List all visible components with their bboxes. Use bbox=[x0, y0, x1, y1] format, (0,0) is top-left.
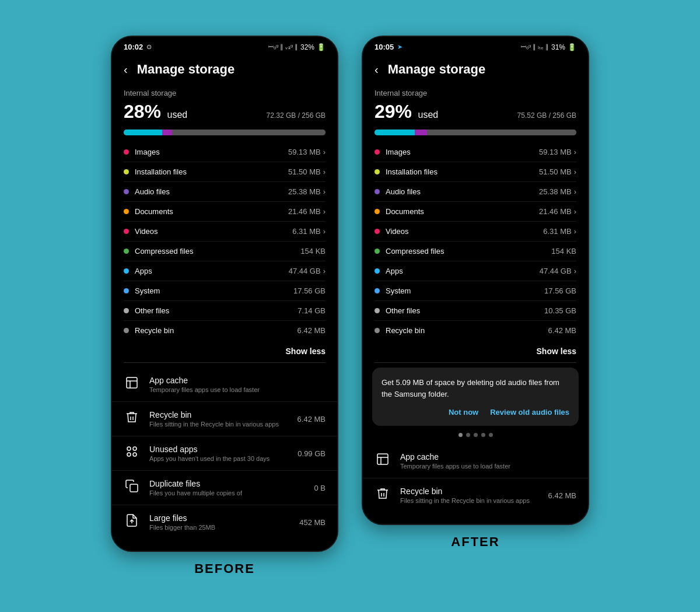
cache-icon bbox=[124, 376, 140, 393]
before-item-images[interactable]: Images 59.13 MB› bbox=[124, 142, 326, 162]
before-signal-icons: 𝄩₀ᵍ ∥ ᵥ₂ᵍ ∥ bbox=[268, 43, 298, 51]
before-total: 72.32 GB / 256 GB bbox=[267, 111, 326, 120]
before-time: 10:02 bbox=[124, 43, 143, 51]
after-storage-list: Images 59.13 MB› Installation files 51.5… bbox=[363, 142, 588, 340]
before-item-compressed: Compressed files 154 KB bbox=[124, 242, 326, 261]
after-item-documents[interactable]: Documents 21.46 MB› bbox=[374, 202, 576, 222]
after-signal-icons: 𝄩₀ᵍ ∥ ₗₜₑ ∥ bbox=[521, 43, 549, 51]
after-battery-icon: 🔋 bbox=[568, 43, 576, 51]
before-camera-icon: ⊙ bbox=[146, 43, 152, 51]
before-section-label: Internal storage bbox=[112, 86, 337, 99]
before-battery: 32% bbox=[300, 43, 314, 51]
before-util-duplicate[interactable]: Duplicate files Files you have multiple … bbox=[112, 471, 337, 505]
after-divider bbox=[374, 362, 576, 363]
suggestion-card: Get 5.09 MB of space by deleting old aud… bbox=[372, 368, 579, 426]
before-back-button[interactable]: ‹ bbox=[124, 63, 128, 76]
svg-point-4 bbox=[133, 447, 136, 450]
after-time: 10:05 bbox=[374, 43, 394, 51]
review-button[interactable]: Review old audio files bbox=[490, 408, 569, 417]
duplicate-icon bbox=[124, 479, 140, 496]
after-storage-percent: 29% used 75.52 GB / 256 GB bbox=[363, 99, 588, 125]
before-item-audio[interactable]: Audio files 25.38 MB› bbox=[124, 182, 326, 202]
svg-rect-0 bbox=[127, 377, 137, 388]
after-util-cache[interactable]: App cache Temporary files apps use to lo… bbox=[363, 444, 588, 478]
before-util-large[interactable]: Large files Files bigger than 25MB 452 M… bbox=[112, 505, 337, 539]
before-progress-blue bbox=[124, 130, 162, 135]
before-storage-percent: 28% used 72.32 GB / 256 GB bbox=[112, 99, 337, 125]
before-section: 10:02 ⊙ 𝄩₀ᵍ ∥ ᵥ₂ᵍ ∥ 32% 🔋 ‹ Manage stora… bbox=[111, 36, 338, 576]
after-progress-bar bbox=[374, 130, 576, 135]
before-item-installation[interactable]: Installation files 51.50 MB› bbox=[124, 162, 326, 182]
before-utility-section: App cache Temporary files apps use to lo… bbox=[112, 365, 337, 541]
before-item-documents[interactable]: Documents 21.46 MB› bbox=[124, 202, 326, 222]
after-used-label: used bbox=[418, 110, 439, 120]
after-progress-gray bbox=[427, 130, 576, 135]
after-section: 10:05 ➤ 𝄩₀ᵍ ∥ ₗₜₑ ∥ 31% 🔋 ‹ Manage stora… bbox=[362, 36, 589, 550]
large-files-icon bbox=[124, 513, 140, 531]
after-nav-icon: ➤ bbox=[397, 43, 402, 51]
dot-5 bbox=[489, 433, 493, 437]
after-nav: ‹ Manage storage bbox=[363, 55, 588, 86]
after-total: 75.52 GB / 256 GB bbox=[517, 111, 576, 120]
before-used-label: used bbox=[167, 110, 188, 120]
before-percent: 28% bbox=[124, 101, 161, 122]
after-item-apps[interactable]: Apps 47.44 GB› bbox=[374, 261, 576, 281]
svg-rect-9 bbox=[377, 454, 388, 464]
before-item-videos[interactable]: Videos 6.31 MB› bbox=[124, 222, 326, 242]
svg-point-6 bbox=[133, 453, 136, 456]
dot-2 bbox=[466, 433, 470, 437]
before-content: ‹ Manage storage Internal storage 28% us… bbox=[112, 55, 337, 551]
after-status-icons: 𝄩₀ᵍ ∥ ₗₜₑ ∥ 31% 🔋 bbox=[521, 43, 576, 51]
after-content: ‹ Manage storage Internal storage 29% us… bbox=[363, 55, 588, 524]
before-nav: ‹ Manage storage bbox=[112, 55, 337, 86]
before-item-other: Other files 7.14 GB bbox=[124, 301, 326, 321]
before-phone: 10:02 ⊙ 𝄩₀ᵍ ∥ ᵥ₂ᵍ ∥ 32% 🔋 ‹ Manage stora… bbox=[111, 36, 338, 552]
dot-4 bbox=[481, 433, 485, 437]
after-phone: 10:05 ➤ 𝄩₀ᵍ ∥ ₗₜₑ ∥ 31% 🔋 ‹ Manage stora… bbox=[362, 36, 589, 525]
after-utility-section: App cache Temporary files apps use to lo… bbox=[363, 442, 588, 515]
before-unused-info: Unused apps Apps you haven't used in the… bbox=[149, 445, 288, 462]
svg-rect-7 bbox=[130, 484, 138, 492]
after-back-button[interactable]: ‹ bbox=[374, 63, 379, 76]
before-progress-bar bbox=[124, 130, 326, 135]
before-status-bar: 10:02 ⊙ 𝄩₀ᵍ ∥ ᵥ₂ᵍ ∥ 32% 🔋 bbox=[112, 37, 337, 55]
before-divider bbox=[124, 362, 326, 363]
not-now-button[interactable]: Not now bbox=[449, 408, 478, 417]
before-util-cache[interactable]: App cache Temporary files apps use to lo… bbox=[112, 368, 337, 402]
after-progress-blue bbox=[374, 130, 415, 135]
after-cache-info: App cache Temporary files apps use to lo… bbox=[400, 452, 576, 470]
before-item-apps[interactable]: Apps 47.44 GB› bbox=[124, 261, 326, 281]
recycle-icon bbox=[124, 410, 140, 428]
after-battery: 31% bbox=[551, 43, 565, 51]
after-item-compressed: Compressed files 154 KB bbox=[374, 242, 576, 261]
unused-icon bbox=[124, 445, 140, 462]
suggestion-actions: Not now Review old audio files bbox=[382, 408, 569, 417]
before-page-title: Manage storage bbox=[137, 62, 235, 77]
before-battery-icon: 🔋 bbox=[317, 43, 326, 51]
after-percent: 29% bbox=[374, 101, 412, 122]
after-recycle-info: Recycle bin Files sitting in the Recycle… bbox=[400, 487, 539, 504]
before-large-info: Large files Files bigger than 25MB bbox=[149, 513, 290, 531]
before-util-unused[interactable]: Unused apps Apps you haven't used in the… bbox=[112, 436, 337, 471]
after-page-title: Manage storage bbox=[388, 62, 486, 77]
before-status-icons: 𝄩₀ᵍ ∥ ᵥ₂ᵍ ∥ 32% 🔋 bbox=[268, 43, 326, 51]
before-item-system: System 17.56 GB bbox=[124, 281, 326, 301]
before-cache-info: App cache Temporary files apps use to lo… bbox=[149, 376, 326, 393]
suggestion-text: Get 5.09 MB of space by deleting old aud… bbox=[382, 377, 569, 400]
after-item-system: System 17.56 GB bbox=[374, 281, 576, 301]
after-item-audio[interactable]: Audio files 25.38 MB› bbox=[374, 182, 576, 202]
dots-indicator bbox=[363, 433, 588, 437]
before-progress-purple bbox=[162, 130, 172, 135]
dot-3 bbox=[474, 433, 478, 437]
before-recycle-info: Recycle bin Files sitting in the Recycle… bbox=[149, 410, 288, 428]
after-show-less[interactable]: Show less bbox=[363, 340, 588, 360]
before-util-recycle[interactable]: Recycle bin Files sitting in the Recycle… bbox=[112, 402, 337, 436]
after-item-videos[interactable]: Videos 6.31 MB› bbox=[374, 222, 576, 242]
after-util-recycle[interactable]: Recycle bin Files sitting in the Recycle… bbox=[363, 478, 588, 512]
svg-point-3 bbox=[127, 447, 131, 450]
after-section-label: Internal storage bbox=[363, 86, 588, 99]
after-item-installation[interactable]: Installation files 51.50 MB› bbox=[374, 162, 576, 182]
before-show-less[interactable]: Show less bbox=[112, 340, 337, 360]
before-progress-gray bbox=[172, 130, 326, 135]
after-item-images[interactable]: Images 59.13 MB› bbox=[374, 142, 576, 162]
